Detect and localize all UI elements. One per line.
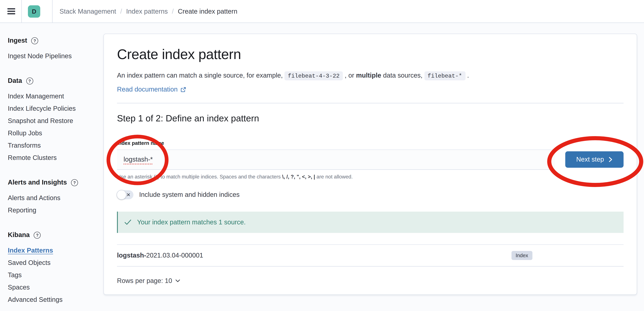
sidebar-section-ingest: Ingest ? Ingest Node Pipelines: [8, 37, 99, 62]
help-text: are not allowed.: [315, 174, 353, 180]
rows-per-page-button[interactable]: Rows per page: 10: [117, 277, 180, 285]
help-icon[interactable]: ?: [26, 77, 33, 84]
toggle-knob: [116, 190, 126, 200]
input-help-text: Use an asterisk (*) to match multiple in…: [117, 174, 624, 180]
sidebar-item-tags[interactable]: Tags: [8, 269, 99, 281]
page-title: Create index pattern: [117, 46, 624, 62]
breadcrumb-separator: /: [172, 7, 174, 15]
next-step-button[interactable]: Next step: [565, 151, 624, 168]
sidebar-item-alerts-and-actions[interactable]: Alerts and Actions: [8, 192, 99, 204]
intro-text: .: [465, 72, 469, 79]
section-divider: [117, 103, 624, 103]
cross-icon: ✕: [126, 192, 130, 197]
index-pattern-input[interactable]: logstash-*: [117, 149, 555, 170]
breadcrumb: Stack Management / Index patterns / Crea…: [60, 7, 238, 15]
breadcrumb-current-page: Create index pattern: [178, 7, 237, 15]
sidebar-item-remote-clusters[interactable]: Remote Clusters: [8, 152, 99, 164]
read-documentation-link[interactable]: Read documentation: [117, 86, 186, 93]
code-example-wildcard: filebeat-*: [424, 71, 465, 80]
success-callout: Your index pattern matches 1 source.: [117, 212, 624, 233]
index-name-rest: 2021.03.04-000001: [146, 252, 203, 259]
management-sidebar: Ingest ? Ingest Node Pipelines Data ? In…: [0, 23, 104, 311]
sidebar-item-transforms[interactable]: Transforms: [8, 139, 99, 152]
include-hidden-indices-toggle[interactable]: ✕: [117, 190, 134, 199]
sidebar-heading-label: Alerts and Insights: [8, 179, 67, 186]
sidebar-heading-data: Data ?: [8, 77, 99, 84]
sidebar-item-index-patterns[interactable]: Index Patterns: [8, 244, 99, 257]
include-hidden-indices-row: ✕ Include system and hidden indices: [117, 190, 624, 199]
breadcrumb-separator: /: [120, 7, 122, 15]
index-name-prefix: logstash-: [117, 252, 146, 259]
sidebar-heading-label: Data: [8, 77, 22, 84]
step-heading: Step 1 of 2: Define an index pattern: [117, 113, 624, 124]
help-text: Use an asterisk (*) to match multiple in…: [117, 174, 282, 180]
sidebar-section-alerts-insights: Alerts and Insights ? Alerts and Actions…: [8, 179, 99, 217]
kibana-screen: D Stack Management / Index patterns / Cr…: [0, 0, 644, 311]
header-divider: [21, 0, 22, 23]
avatar[interactable]: D: [28, 5, 40, 17]
intro-paragraph: An index pattern can match a single sour…: [117, 70, 624, 82]
intro-text: data sources,: [381, 72, 424, 79]
sidebar-heading-label: Kibana: [8, 231, 30, 239]
chevron-right-icon: [608, 157, 613, 162]
help-forbidden-characters: \, /, ?, ", <, >, |: [282, 174, 315, 180]
index-name-cell: logstash-2021.03.04-000001: [117, 252, 512, 259]
table-row: logstash-2021.03.04-000001 Index: [117, 244, 624, 267]
sidebar-item-index-lifecycle-policies[interactable]: Index Lifecycle Policies: [8, 102, 99, 115]
sidebar-item-snapshot-and-restore[interactable]: Snapshot and Restore: [8, 115, 99, 127]
sidebar-item-spaces[interactable]: Spaces: [8, 281, 99, 294]
sidebar-section-data: Data ? Index Management Index Lifecycle …: [8, 77, 99, 164]
header-divider: [52, 0, 53, 23]
sidebar-item-saved-objects[interactable]: Saved Objects: [8, 257, 99, 269]
sidebar-item-reporting[interactable]: Reporting: [8, 204, 99, 217]
help-icon[interactable]: ?: [71, 179, 78, 186]
index-tag-cell: Index: [512, 251, 624, 260]
sidebar-heading-alerts-insights: Alerts and Insights ?: [8, 179, 99, 186]
sidebar-section-kibana: Kibana ? Index Patterns Saved Objects Ta…: [8, 231, 99, 306]
index-pattern-input-value: logstash-*: [124, 156, 153, 163]
index-pattern-form-row: logstash-* Next step: [117, 149, 624, 170]
index-badge: Index: [512, 251, 532, 260]
create-index-pattern-panel: Create index pattern An index pattern ca…: [104, 34, 637, 295]
sidebar-heading-kibana: Kibana ?: [8, 231, 99, 239]
sidebar-item-rollup-jobs[interactable]: Rollup Jobs: [8, 127, 99, 139]
top-navigation-bar: D Stack Management / Index patterns / Cr…: [0, 0, 644, 23]
intro-text: , or: [343, 72, 356, 79]
breadcrumb-stack-management[interactable]: Stack Management: [60, 7, 116, 15]
rows-per-page-label: Rows per page: 10: [117, 277, 172, 285]
intro-bold-multiple: multiple: [356, 72, 381, 79]
sidebar-item-index-management[interactable]: Index Management: [8, 90, 99, 102]
chevron-down-icon: [175, 279, 180, 283]
external-link-icon: [180, 87, 186, 92]
success-callout-message: Your index pattern matches 1 source.: [137, 219, 246, 226]
include-hidden-indices-label: Include system and hidden indices: [139, 191, 240, 199]
sidebar-heading-ingest: Ingest ?: [8, 37, 99, 44]
index-pattern-name-label: Index pattern name: [117, 140, 624, 146]
menu-hamburger-icon[interactable]: [8, 8, 15, 14]
sidebar-heading-label: Ingest: [8, 37, 27, 44]
help-icon[interactable]: ?: [34, 232, 41, 239]
sidebar-item-advanced-settings[interactable]: Advanced Settings: [8, 294, 99, 306]
next-step-label: Next step: [576, 156, 604, 163]
check-icon: [124, 220, 132, 225]
help-icon[interactable]: ?: [31, 37, 38, 44]
breadcrumb-index-patterns[interactable]: Index patterns: [126, 7, 168, 15]
intro-text: An index pattern can match a single sour…: [117, 72, 285, 79]
sidebar-item-ingest-node-pipelines[interactable]: Ingest Node Pipelines: [8, 50, 99, 62]
code-example-single: filebeat-4-3-22: [284, 71, 343, 80]
read-documentation-label: Read documentation: [117, 86, 178, 93]
